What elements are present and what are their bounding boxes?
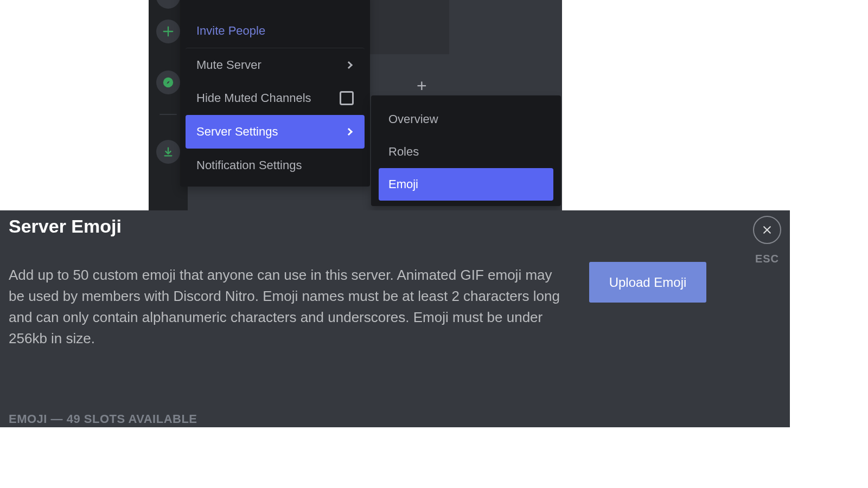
upload-emoji-button[interactable]: Upload Emoji [589,262,706,303]
compass-icon [162,76,174,88]
page-description: Add up to 50 custom emoji that anyone ca… [9,265,564,349]
rail-divider [159,114,177,115]
server-emoji-panel: Server Emoji Add up to 50 custom emoji t… [0,210,790,427]
menu-item-notification-settings[interactable]: Notification Settings [186,149,365,182]
close-icon [762,224,773,235]
menu-item-hide-muted[interactable]: Hide Muted Channels [186,81,365,115]
plus-icon [162,25,174,37]
emoji-slots-label: EMOJI — 49 SLOTS AVAILABLE [9,412,197,426]
submenu-item-roles[interactable]: Roles [379,136,553,168]
menu-item-label: Notification Settings [196,158,302,172]
download-icon [162,146,174,158]
menu-item-label: Hide Muted Channels [196,91,311,105]
esc-label: ESC [751,253,783,265]
submenu-item-label: Overview [388,112,438,126]
add-server-button[interactable] [156,20,180,43]
server-settings-submenu: + Overview Roles Emoji [371,95,561,206]
menu-item-server-settings[interactable]: Server Settings [186,115,365,149]
menu-item-mute-server[interactable]: Mute Server [186,48,365,81]
submenu-item-overview[interactable]: Overview [379,103,553,136]
menu-item-hidden [186,0,365,14]
channel-list-bg [370,0,449,54]
upload-emoji-label: Upload Emoji [609,275,687,290]
create-channel-button[interactable]: + [417,76,427,96]
close-group: ESC [751,216,783,265]
submenu-item-label: Roles [388,145,419,159]
menu-item-label: Invite People [196,24,265,38]
submenu-item-label: Emoji [388,177,418,191]
server-menu-screenshot: Invite People Mute Server Hide Muted Cha… [149,0,562,210]
close-button[interactable] [753,216,781,244]
download-apps-button[interactable] [156,140,180,164]
menu-item-label: Mute Server [196,58,261,72]
submenu-item-emoji[interactable]: Emoji [379,168,553,201]
server-context-menu: Invite People Mute Server Hide Muted Cha… [180,0,370,187]
chevron-right-icon [345,128,353,136]
server-rail-item[interactable] [156,0,180,9]
chevron-right-icon [345,61,353,68]
menu-item-label: Server Settings [196,125,278,139]
checkbox-icon[interactable] [340,91,354,105]
page-title: Server Emoji [9,216,122,237]
explore-servers-button[interactable] [156,70,180,94]
menu-item-invite-people[interactable]: Invite People [186,14,365,48]
